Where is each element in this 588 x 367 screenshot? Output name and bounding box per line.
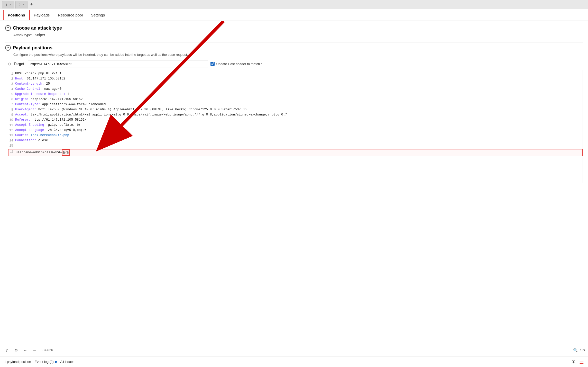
line-content: Connection: close [15,138,583,143]
request-editor[interactable]: 1POST /check.php HTTP/1.12Host: 61.147.1… [8,70,583,183]
event-log[interactable]: Event log (2) [35,360,57,364]
tab-2-label: 2 [19,3,21,7]
help-icon-btn[interactable]: ? [3,347,10,354]
update-host-checkbox[interactable] [210,62,215,66]
request-line: 10Referer: http://61.147.171.105:58152/ [8,118,583,123]
line-content: Accept: text/html,application/xhtml+xml,… [15,112,583,118]
page-wrapper: 1 × 2 × + Positions Payloads Resource po… [0,0,588,367]
line-content: User-Agent: Mozilla/5.0 (Windows NT 10.0… [15,107,583,112]
request-line: 11Accept-Encoding: gzip, deflate, br [8,123,583,128]
target-row: ⊙ Target: Update Host header to match t [8,60,583,67]
request-line: 5Upgrade-Insecure-Requests: 1 [8,92,583,97]
event-dot [55,361,57,363]
payload-positions-title-row: ? Payload positions [5,45,583,51]
line-content: Cookie: look-here=cookie.php [15,133,583,138]
line-content: Cache-Control: max-age=0 [15,87,583,92]
time-badge: 1 hi [580,348,585,352]
tab-bar: 1 × 2 × + [0,0,588,9]
line-content: username=admin&password=§7§ [16,149,582,156]
line-number: 13 [8,133,15,138]
menu-icon-status[interactable]: ☰ [579,359,584,365]
attack-type-title: Choose an attack type [13,25,62,31]
attack-type-help-icon[interactable]: ? [5,25,11,31]
request-line: 2Host: 61.147.171.105:58152 [8,76,583,82]
target-icon: ⊙ [8,61,11,66]
line-number: 8 [8,107,15,112]
line-number: 10 [8,118,15,123]
status-right: ⓘ ☰ [572,359,584,365]
attack-type-section: ? Choose an attack type [5,25,583,31]
line-number: 4 [8,87,15,92]
tab-add-button[interactable]: + [29,2,34,7]
line-number: 11 [8,123,15,128]
update-host-label: Update Host header to match t [216,62,262,66]
request-line: 12Accept-Language: zh-CN,zh;q=0.9,en;q= [8,128,583,133]
payload-positions-help-icon[interactable]: ? [5,45,11,51]
settings-icon-btn[interactable]: ⚙ [12,347,20,354]
back-icon-btn[interactable]: ← [22,347,29,354]
status-left: 1 payload position Event log (2) All iss… [4,360,74,364]
request-line: 4Cache-Control: max-age=0 [8,87,583,92]
tab-1[interactable]: 1 × [2,1,14,8]
tab-payloads[interactable]: Payloads [30,10,54,20]
request-line: 7Content-Type: application/x-www-form-ur… [8,102,583,107]
line-content: Accept-Encoding: gzip, deflate, br [15,123,583,128]
line-number: 15 [8,143,15,148]
line-content: Upgrade-Insecure-Requests: 1 [15,92,583,97]
line-number: 1 [8,71,15,76]
target-label: Target: [14,62,25,66]
line-number: 14 [8,138,15,143]
line-content: Content-Length: 25 [15,82,583,87]
line-content: Origin: http://61.147.171.105:58152 [15,97,583,102]
request-line: 15 [8,143,583,148]
line-number: 6 [8,97,15,102]
line-number: 3 [8,82,15,87]
update-host-row: Update Host header to match t [210,62,262,66]
tab-resource-pool[interactable]: Resource pool [54,10,87,20]
attack-type-label: Attack type: [13,33,32,37]
request-line: 16username=admin&password=§7§ [8,149,583,156]
request-line: 9Accept: text/html,application/xhtml+xml… [8,112,583,118]
payload-count: 1 payload position [4,360,31,364]
line-number: 7 [8,102,15,107]
tab-1-close[interactable]: × [9,3,11,6]
attack-type-value: Sniper [35,33,45,37]
payload-positions-title: Payload positions [13,45,52,51]
forward-icon-btn[interactable]: → [31,347,38,354]
line-content: POST /check.php HTTP/1.1 [15,71,583,76]
line-content [15,143,583,148]
all-issues[interactable]: All issues [60,360,75,364]
tab-2[interactable]: 2 × [15,1,28,8]
search-icon: 🔍 [573,348,578,353]
line-content: Content-Type: application/x-www-form-url… [15,102,583,107]
request-line: 13Cookie: look-here=cookie.php [8,133,583,138]
nav-tabs: Positions Payloads Resource pool Setting… [0,9,588,21]
tab-settings[interactable]: Settings [87,10,109,20]
request-line: 8User-Agent: Mozilla/5.0 (Windows NT 10.… [8,107,583,112]
line-number: 2 [8,76,15,82]
help-icon-status: ⓘ [572,360,575,364]
line-number: 5 [8,92,15,97]
line-number: 16 [8,149,16,156]
tab-1-label: 1 [5,3,7,7]
content-area: ? Choose an attack type Attack type: Sni… [0,21,588,344]
attack-type-row: Attack type: Sniper [13,33,583,37]
line-number: 12 [8,128,15,133]
status-bar: 1 payload position Event log (2) All iss… [0,356,588,367]
search-input[interactable] [40,347,571,354]
payload-positions-section: ? Payload positions Configure the positi… [5,45,583,183]
divider-1 [5,42,583,42]
request-line: 6Origin: http://61.147.171.105:58152 [8,97,583,102]
payload-positions-desc: Configure the positions where payloads w… [13,53,583,57]
event-log-label: Event log (2) [35,360,54,364]
target-input[interactable] [28,60,208,67]
tab-positions[interactable]: Positions [3,10,30,20]
bottom-toolbar: ? ⚙ ← → 🔍 1 hi [0,344,588,356]
request-line: 1POST /check.php HTTP/1.1 [8,71,583,76]
request-line: 14Connection: close [8,138,583,143]
tab-2-close[interactable]: × [23,3,24,6]
line-number: 9 [8,112,15,118]
request-line: 3Content-Length: 25 [8,82,583,87]
line-content: Referer: http://61.147.171.105:58152/ [15,118,583,123]
line-content: Accept-Language: zh-CN,zh;q=0.9,en;q= [15,128,583,133]
